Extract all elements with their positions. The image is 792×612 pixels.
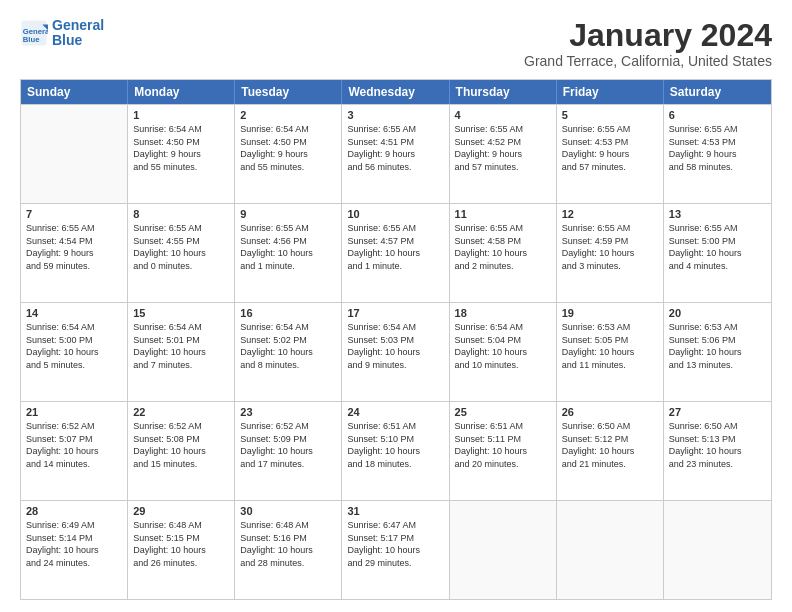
day-info: Sunrise: 6:54 AM Sunset: 5:02 PM Dayligh… bbox=[240, 321, 336, 371]
svg-text:Blue: Blue bbox=[23, 35, 40, 44]
day-number: 26 bbox=[562, 406, 658, 418]
day-info: Sunrise: 6:55 AM Sunset: 4:55 PM Dayligh… bbox=[133, 222, 229, 272]
day-info: Sunrise: 6:52 AM Sunset: 5:08 PM Dayligh… bbox=[133, 420, 229, 470]
day-info: Sunrise: 6:50 AM Sunset: 5:13 PM Dayligh… bbox=[669, 420, 766, 470]
calendar-cell-4-1: 21Sunrise: 6:52 AM Sunset: 5:07 PM Dayli… bbox=[21, 402, 128, 500]
calendar-cell-5-1: 28Sunrise: 6:49 AM Sunset: 5:14 PM Dayli… bbox=[21, 501, 128, 599]
calendar-cell-2-7: 13Sunrise: 6:55 AM Sunset: 5:00 PM Dayli… bbox=[664, 204, 771, 302]
day-info: Sunrise: 6:53 AM Sunset: 5:06 PM Dayligh… bbox=[669, 321, 766, 371]
calendar-cell-4-4: 24Sunrise: 6:51 AM Sunset: 5:10 PM Dayli… bbox=[342, 402, 449, 500]
calendar-cell-3-7: 20Sunrise: 6:53 AM Sunset: 5:06 PM Dayli… bbox=[664, 303, 771, 401]
day-number: 1 bbox=[133, 109, 229, 121]
calendar-cell-5-7 bbox=[664, 501, 771, 599]
day-number: 14 bbox=[26, 307, 122, 319]
day-number: 21 bbox=[26, 406, 122, 418]
day-info: Sunrise: 6:55 AM Sunset: 4:59 PM Dayligh… bbox=[562, 222, 658, 272]
header-wednesday: Wednesday bbox=[342, 80, 449, 104]
calendar-body: 1Sunrise: 6:54 AM Sunset: 4:50 PM Daylig… bbox=[21, 104, 771, 599]
day-info: Sunrise: 6:51 AM Sunset: 5:10 PM Dayligh… bbox=[347, 420, 443, 470]
location-subtitle: Grand Terrace, California, United States bbox=[524, 53, 772, 69]
day-info: Sunrise: 6:49 AM Sunset: 5:14 PM Dayligh… bbox=[26, 519, 122, 569]
calendar-cell-4-5: 25Sunrise: 6:51 AM Sunset: 5:11 PM Dayli… bbox=[450, 402, 557, 500]
header-friday: Friday bbox=[557, 80, 664, 104]
calendar-cell-2-3: 9Sunrise: 6:55 AM Sunset: 4:56 PM Daylig… bbox=[235, 204, 342, 302]
header-sunday: Sunday bbox=[21, 80, 128, 104]
day-number: 19 bbox=[562, 307, 658, 319]
header-thursday: Thursday bbox=[450, 80, 557, 104]
day-number: 2 bbox=[240, 109, 336, 121]
header-tuesday: Tuesday bbox=[235, 80, 342, 104]
logo-icon: General Blue bbox=[20, 19, 48, 47]
day-info: Sunrise: 6:55 AM Sunset: 4:57 PM Dayligh… bbox=[347, 222, 443, 272]
day-number: 11 bbox=[455, 208, 551, 220]
day-info: Sunrise: 6:52 AM Sunset: 5:07 PM Dayligh… bbox=[26, 420, 122, 470]
day-number: 6 bbox=[669, 109, 766, 121]
day-info: Sunrise: 6:55 AM Sunset: 4:56 PM Dayligh… bbox=[240, 222, 336, 272]
calendar-cell-1-3: 2Sunrise: 6:54 AM Sunset: 4:50 PM Daylig… bbox=[235, 105, 342, 203]
calendar-cell-4-6: 26Sunrise: 6:50 AM Sunset: 5:12 PM Dayli… bbox=[557, 402, 664, 500]
day-info: Sunrise: 6:53 AM Sunset: 5:05 PM Dayligh… bbox=[562, 321, 658, 371]
calendar-week-5: 28Sunrise: 6:49 AM Sunset: 5:14 PM Dayli… bbox=[21, 500, 771, 599]
logo: General Blue General Blue bbox=[20, 18, 104, 49]
calendar-cell-3-4: 17Sunrise: 6:54 AM Sunset: 5:03 PM Dayli… bbox=[342, 303, 449, 401]
calendar-cell-3-2: 15Sunrise: 6:54 AM Sunset: 5:01 PM Dayli… bbox=[128, 303, 235, 401]
day-info: Sunrise: 6:54 AM Sunset: 4:50 PM Dayligh… bbox=[133, 123, 229, 173]
day-info: Sunrise: 6:52 AM Sunset: 5:09 PM Dayligh… bbox=[240, 420, 336, 470]
calendar-week-3: 14Sunrise: 6:54 AM Sunset: 5:00 PM Dayli… bbox=[21, 302, 771, 401]
calendar-cell-2-1: 7Sunrise: 6:55 AM Sunset: 4:54 PM Daylig… bbox=[21, 204, 128, 302]
logo-general: General bbox=[52, 18, 104, 33]
day-number: 18 bbox=[455, 307, 551, 319]
calendar-cell-2-2: 8Sunrise: 6:55 AM Sunset: 4:55 PM Daylig… bbox=[128, 204, 235, 302]
calendar-cell-2-4: 10Sunrise: 6:55 AM Sunset: 4:57 PM Dayli… bbox=[342, 204, 449, 302]
day-number: 25 bbox=[455, 406, 551, 418]
calendar-cell-3-6: 19Sunrise: 6:53 AM Sunset: 5:05 PM Dayli… bbox=[557, 303, 664, 401]
page: General Blue General Blue January 2024 G… bbox=[0, 0, 792, 612]
day-number: 27 bbox=[669, 406, 766, 418]
day-number: 9 bbox=[240, 208, 336, 220]
calendar-cell-1-7: 6Sunrise: 6:55 AM Sunset: 4:53 PM Daylig… bbox=[664, 105, 771, 203]
day-info: Sunrise: 6:48 AM Sunset: 5:15 PM Dayligh… bbox=[133, 519, 229, 569]
calendar-cell-3-5: 18Sunrise: 6:54 AM Sunset: 5:04 PM Dayli… bbox=[450, 303, 557, 401]
day-info: Sunrise: 6:55 AM Sunset: 4:53 PM Dayligh… bbox=[562, 123, 658, 173]
day-number: 30 bbox=[240, 505, 336, 517]
day-number: 17 bbox=[347, 307, 443, 319]
day-number: 8 bbox=[133, 208, 229, 220]
calendar-cell-5-6 bbox=[557, 501, 664, 599]
calendar-week-4: 21Sunrise: 6:52 AM Sunset: 5:07 PM Dayli… bbox=[21, 401, 771, 500]
day-info: Sunrise: 6:51 AM Sunset: 5:11 PM Dayligh… bbox=[455, 420, 551, 470]
header-monday: Monday bbox=[128, 80, 235, 104]
month-title: January 2024 bbox=[524, 18, 772, 53]
day-info: Sunrise: 6:54 AM Sunset: 5:00 PM Dayligh… bbox=[26, 321, 122, 371]
day-number: 31 bbox=[347, 505, 443, 517]
day-number: 13 bbox=[669, 208, 766, 220]
day-number: 3 bbox=[347, 109, 443, 121]
day-info: Sunrise: 6:54 AM Sunset: 4:50 PM Dayligh… bbox=[240, 123, 336, 173]
calendar-cell-4-2: 22Sunrise: 6:52 AM Sunset: 5:08 PM Dayli… bbox=[128, 402, 235, 500]
header: General Blue General Blue January 2024 G… bbox=[20, 18, 772, 69]
day-number: 4 bbox=[455, 109, 551, 121]
calendar-header: Sunday Monday Tuesday Wednesday Thursday… bbox=[21, 80, 771, 104]
day-info: Sunrise: 6:55 AM Sunset: 5:00 PM Dayligh… bbox=[669, 222, 766, 272]
day-info: Sunrise: 6:55 AM Sunset: 4:58 PM Dayligh… bbox=[455, 222, 551, 272]
calendar-cell-1-1 bbox=[21, 105, 128, 203]
day-number: 5 bbox=[562, 109, 658, 121]
calendar-cell-1-2: 1Sunrise: 6:54 AM Sunset: 4:50 PM Daylig… bbox=[128, 105, 235, 203]
calendar-cell-2-5: 11Sunrise: 6:55 AM Sunset: 4:58 PM Dayli… bbox=[450, 204, 557, 302]
calendar-cell-5-4: 31Sunrise: 6:47 AM Sunset: 5:17 PM Dayli… bbox=[342, 501, 449, 599]
calendar-cell-4-7: 27Sunrise: 6:50 AM Sunset: 5:13 PM Dayli… bbox=[664, 402, 771, 500]
calendar-week-1: 1Sunrise: 6:54 AM Sunset: 4:50 PM Daylig… bbox=[21, 104, 771, 203]
day-info: Sunrise: 6:55 AM Sunset: 4:51 PM Dayligh… bbox=[347, 123, 443, 173]
day-number: 7 bbox=[26, 208, 122, 220]
day-info: Sunrise: 6:54 AM Sunset: 5:04 PM Dayligh… bbox=[455, 321, 551, 371]
calendar-cell-1-6: 5Sunrise: 6:55 AM Sunset: 4:53 PM Daylig… bbox=[557, 105, 664, 203]
day-info: Sunrise: 6:55 AM Sunset: 4:52 PM Dayligh… bbox=[455, 123, 551, 173]
day-number: 23 bbox=[240, 406, 336, 418]
day-number: 22 bbox=[133, 406, 229, 418]
calendar-cell-5-2: 29Sunrise: 6:48 AM Sunset: 5:15 PM Dayli… bbox=[128, 501, 235, 599]
calendar-cell-2-6: 12Sunrise: 6:55 AM Sunset: 4:59 PM Dayli… bbox=[557, 204, 664, 302]
calendar-cell-1-5: 4Sunrise: 6:55 AM Sunset: 4:52 PM Daylig… bbox=[450, 105, 557, 203]
day-number: 12 bbox=[562, 208, 658, 220]
calendar-week-2: 7Sunrise: 6:55 AM Sunset: 4:54 PM Daylig… bbox=[21, 203, 771, 302]
day-info: Sunrise: 6:55 AM Sunset: 4:53 PM Dayligh… bbox=[669, 123, 766, 173]
day-info: Sunrise: 6:48 AM Sunset: 5:16 PM Dayligh… bbox=[240, 519, 336, 569]
